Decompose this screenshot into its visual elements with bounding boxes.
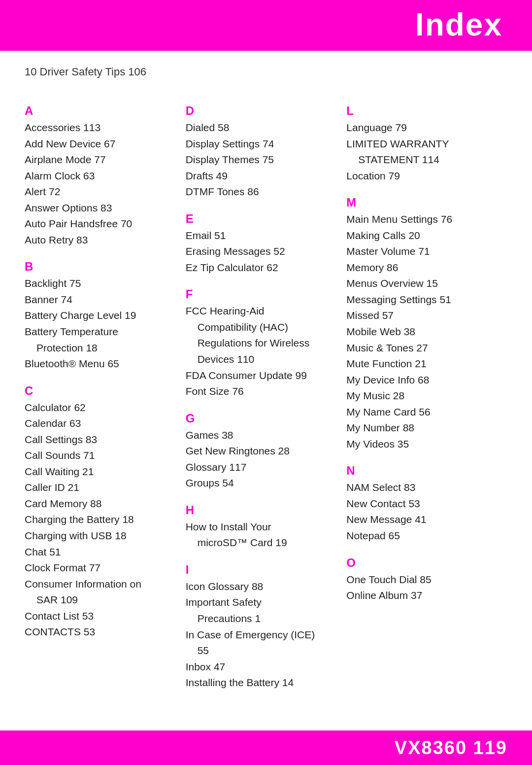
index-item: Call Waiting 21 bbox=[25, 464, 171, 480]
index-item: STATEMENT 114 bbox=[346, 152, 493, 168]
index-item: Precautions 1 bbox=[186, 611, 332, 627]
index-item: Display Themes 75 bbox=[186, 152, 332, 168]
section-letter-m: M bbox=[346, 196, 493, 209]
index-item: Clock Format 77 bbox=[25, 560, 171, 576]
index-item: Location 79 bbox=[346, 168, 493, 184]
section-letter-a: A bbox=[25, 104, 171, 118]
index-item: Master Volume 71 bbox=[346, 243, 493, 260]
section-letter-g: G bbox=[186, 412, 332, 425]
index-item: Alert 72 bbox=[25, 184, 171, 200]
index-item: NAM Select 83 bbox=[346, 480, 493, 496]
index-item: Calculator 62 bbox=[25, 400, 171, 416]
index-item: Airplane Mode 77 bbox=[25, 152, 171, 168]
intro-line: 10 Driver Safety Tips 106 bbox=[25, 66, 507, 78]
index-item: One Touch Dial 85 bbox=[346, 572, 493, 588]
index-item: Groups 54 bbox=[186, 475, 332, 491]
index-item: Display Settings 74 bbox=[186, 136, 332, 152]
index-item: Messaging Settings 51 bbox=[346, 292, 493, 308]
index-item: New Contact 53 bbox=[346, 496, 493, 512]
content-area: 10 Driver Safety Tips 106 AAccessories 1… bbox=[0, 51, 532, 740]
index-item: Compatibility (HAC) bbox=[186, 319, 332, 336]
index-item: Inbox 47 bbox=[186, 659, 332, 675]
index-item: Caller ID 21 bbox=[25, 480, 171, 496]
index-item: Dialed 58 bbox=[186, 120, 332, 136]
index-item: Auto Pair Handsfree 70 bbox=[25, 216, 171, 232]
section-letter-c: C bbox=[25, 384, 171, 398]
index-item: Backlight 75 bbox=[25, 276, 171, 292]
section-letter-l: L bbox=[346, 104, 493, 118]
index-item: How to Install Your bbox=[186, 519, 332, 535]
index-item: Online Album 37 bbox=[346, 588, 493, 604]
index-item: Call Settings 83 bbox=[25, 432, 171, 448]
footer-text: VX8360 119 bbox=[395, 737, 507, 759]
index-item: Calendar 63 bbox=[25, 416, 171, 432]
index-item: 55 bbox=[186, 643, 332, 659]
index-item: Installing the Battery 14 bbox=[186, 675, 332, 691]
index-item: Charging with USB 18 bbox=[25, 528, 171, 544]
index-item: Making Calls 20 bbox=[346, 228, 493, 244]
index-item: New Message 41 bbox=[346, 512, 493, 528]
index-item: Bluetooth® Menu 65 bbox=[25, 356, 171, 372]
index-item: Font Size 76 bbox=[186, 383, 332, 400]
index-item: My Device Info 68 bbox=[346, 372, 493, 388]
section-letter-d: D bbox=[186, 104, 332, 118]
index-columns: AAccessories 113Add New Device 67Airplan… bbox=[25, 92, 507, 691]
index-item: Battery Charge Level 19 bbox=[25, 308, 171, 324]
index-item: Missed 57 bbox=[346, 308, 493, 324]
index-item: Banner 74 bbox=[25, 292, 171, 308]
index-item: LIMITED WARRANTY bbox=[346, 136, 493, 152]
index-item: Chat 51 bbox=[25, 544, 171, 560]
index-item: In Case of Emergency (ICE) bbox=[186, 627, 332, 643]
index-item: Call Sounds 71 bbox=[25, 448, 171, 464]
index-item: Card Memory 88 bbox=[25, 496, 171, 512]
index-item: Protection 18 bbox=[25, 340, 171, 356]
index-item: Add New Device 67 bbox=[25, 136, 171, 152]
index-item: Answer Options 83 bbox=[25, 200, 171, 216]
index-item: Auto Retry 83 bbox=[25, 232, 171, 248]
column-1: AAccessories 113Add New Device 67Airplan… bbox=[25, 92, 186, 640]
index-item: Accessories 113 bbox=[25, 120, 171, 136]
index-item: Erasing Messages 52 bbox=[186, 243, 332, 260]
page-header: Index bbox=[0, 0, 532, 49]
section-letter-b: B bbox=[25, 260, 171, 274]
section-letter-h: H bbox=[186, 503, 332, 517]
section-letter-f: F bbox=[186, 287, 332, 301]
index-item: Games 38 bbox=[186, 427, 332, 444]
index-item: Battery Temperature bbox=[25, 324, 171, 340]
index-item: Get New Ringtones 28 bbox=[186, 443, 332, 459]
page-footer: VX8360 119 bbox=[0, 730, 532, 765]
index-item: Language 79 bbox=[346, 120, 493, 136]
column-3: LLanguage 79LIMITED WARRANTYSTATEMENT 11… bbox=[346, 92, 507, 604]
index-item: Menus Overview 15 bbox=[346, 276, 493, 292]
section-letter-i: I bbox=[186, 563, 332, 577]
index-item: My Number 88 bbox=[346, 420, 493, 436]
index-item: Glossary 117 bbox=[186, 459, 332, 476]
index-item: Important Safety bbox=[186, 594, 332, 611]
section-letter-e: E bbox=[186, 212, 332, 226]
index-item: Charging the Battery 18 bbox=[25, 512, 171, 528]
index-item: My Music 28 bbox=[346, 388, 493, 404]
section-letter-o: O bbox=[346, 556, 493, 570]
index-item: FDA Consumer Update 99 bbox=[186, 368, 332, 384]
index-item: My Videos 35 bbox=[346, 436, 493, 452]
index-item: Contact List 53 bbox=[25, 608, 171, 625]
index-item: My Name Card 56 bbox=[346, 404, 493, 420]
index-item: Email 51 bbox=[186, 228, 332, 244]
index-item: Consumer Information on bbox=[25, 576, 171, 592]
column-2: DDialed 58Display Settings 74Display The… bbox=[186, 92, 347, 691]
index-item: Ez Tip Calculator 62 bbox=[186, 260, 332, 276]
index-item: Notepad 65 bbox=[346, 528, 493, 544]
index-item: Main Menu Settings 76 bbox=[346, 211, 493, 228]
index-item: SAR 109 bbox=[25, 592, 171, 608]
index-item: Icon Glossary 88 bbox=[186, 579, 332, 595]
index-item: Drafts 49 bbox=[186, 168, 332, 184]
index-item: Mobile Web 38 bbox=[346, 324, 493, 340]
index-item: DTMF Tones 86 bbox=[186, 184, 332, 200]
index-item: Memory 86 bbox=[346, 260, 493, 276]
index-item: CONTACTS 53 bbox=[25, 624, 171, 640]
index-item: Mute Function 21 bbox=[346, 356, 493, 372]
section-letter-n: N bbox=[346, 464, 493, 478]
index-item: Regulations for Wireless bbox=[186, 335, 332, 351]
index-item: FCC Hearing-Aid bbox=[186, 303, 332, 319]
index-item: microSD™ Card 19 bbox=[186, 535, 332, 551]
